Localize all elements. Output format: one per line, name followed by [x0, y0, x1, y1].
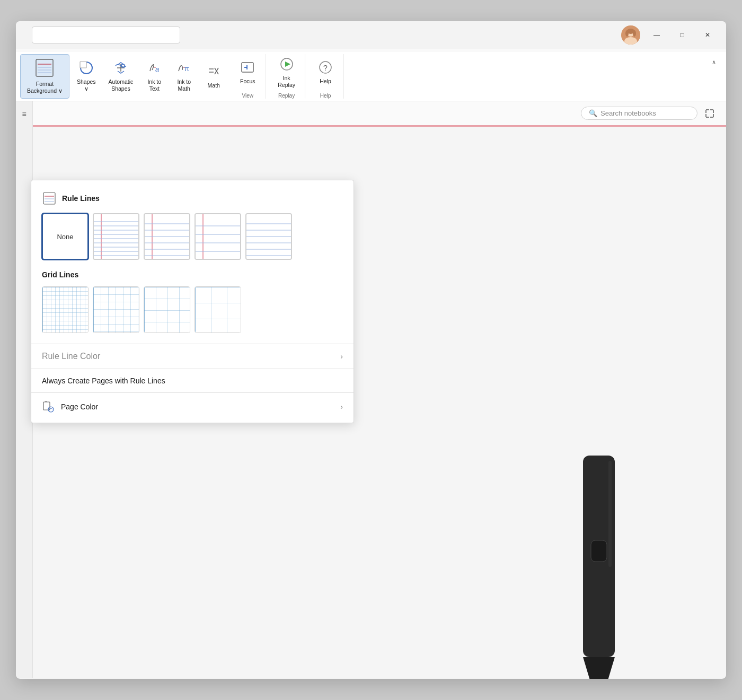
rule-lines-options: None: [42, 213, 343, 260]
ink-to-math-label: Ink toMath: [177, 78, 191, 92]
math-label: Math: [208, 82, 220, 89]
automatic-shapes-icon: [113, 60, 128, 77]
grid-large-option[interactable]: [144, 286, 190, 333]
window-controls: — □ ✕: [644, 27, 720, 43]
ink-to-math-icon: π: [176, 60, 191, 77]
expand-button[interactable]: [702, 106, 718, 121]
always-create-pages-label: Always Create Pages with Rule Lines: [42, 377, 165, 385]
svg-rect-6: [36, 59, 53, 76]
svg-rect-72: [93, 287, 139, 333]
ribbon-content: FormatBackground ∨ Shapes∨: [16, 52, 726, 101]
automatic-shapes-label: AutomaticShapes: [109, 78, 134, 92]
page-color-chevron: ›: [340, 402, 343, 411]
rule-college-option[interactable]: [245, 213, 292, 260]
search-notebooks-box[interactable]: 🔍 Search notebooks: [581, 107, 697, 120]
shapes-button[interactable]: Shapes∨: [72, 54, 101, 99]
svg-point-4: [625, 30, 629, 37]
rule-lines-icon: [42, 191, 57, 206]
svg-rect-31: [608, 461, 612, 567]
ribbon-collapse-button[interactable]: ∧: [708, 56, 720, 68]
svg-rect-75: [144, 287, 190, 333]
replay-group-label: Replay: [278, 92, 295, 99]
ink-replay-label: InkReplay: [278, 75, 295, 88]
ink-to-text-button[interactable]: a Ink toText: [140, 54, 168, 99]
automatic-shapes-button[interactable]: AutomaticShapes: [103, 54, 139, 99]
user-avatar[interactable]: [621, 25, 640, 45]
page-color-label: Page Color: [61, 402, 98, 411]
rule-wide-option[interactable]: [195, 213, 241, 260]
maximize-button[interactable]: □: [670, 27, 694, 43]
shapes-icon: [79, 60, 94, 77]
help-icon: ?: [318, 60, 333, 76]
svg-text:a: a: [155, 65, 159, 73]
sidebar-menu-icon[interactable]: ≡: [18, 108, 31, 120]
shapes-label: Shapes∨: [77, 78, 96, 92]
grid-xlarge-option[interactable]: [195, 286, 241, 333]
content-area: ≡ 🔍 Search notebooks: [16, 101, 726, 678]
view-group: Focus View: [229, 54, 266, 99]
ink-replay-icon: [279, 57, 294, 73]
replay-group-items: InkReplay: [272, 54, 301, 91]
help-button[interactable]: ? Help: [312, 58, 339, 87]
format-background-icon: [35, 58, 54, 79]
ink-replay-button[interactable]: InkReplay: [272, 55, 301, 90]
svg-rect-69: [42, 287, 89, 333]
view-group-label: View: [242, 92, 254, 99]
svg-rect-55: [196, 214, 240, 259]
page-color-left: Page Color: [42, 400, 98, 413]
grid-small-option[interactable]: [42, 286, 89, 333]
view-group-items: Focus: [234, 54, 261, 91]
rule-none-option[interactable]: None: [42, 213, 89, 260]
help-group-label: Help: [320, 92, 331, 99]
svg-text:?: ?: [323, 64, 328, 72]
svg-rect-78: [195, 287, 241, 333]
always-create-pages-item[interactable]: Always Create Pages with Rule Lines: [42, 369, 343, 392]
focus-button[interactable]: Focus: [234, 58, 261, 87]
svg-point-5: [633, 30, 636, 37]
help-group: ? Help Help: [307, 54, 344, 99]
format-background-button[interactable]: FormatBackground ∨: [20, 54, 69, 99]
svg-rect-12: [80, 62, 86, 68]
svg-marker-29: [583, 657, 615, 679]
app-window: — □ ✕ FormatBackground ∨: [16, 21, 726, 679]
svg-rect-28: [591, 540, 607, 562]
ribbon: FormatBackground ∨ Shapes∨: [16, 49, 726, 101]
rule-line-color-item[interactable]: Rule Line Color ›: [42, 344, 343, 369]
svg-marker-24: [285, 62, 290, 67]
minimize-button[interactable]: —: [644, 27, 669, 43]
rule-narrow-option[interactable]: [93, 213, 139, 260]
page-color-icon: [42, 400, 55, 413]
rule-lines-title: Rule Lines: [62, 194, 100, 203]
ink-to-math-button[interactable]: π Ink toMath: [170, 54, 198, 99]
rule-line-color-chevron: ›: [340, 352, 343, 361]
page-color-item[interactable]: Page Color ›: [42, 393, 343, 423]
close-button[interactable]: ✕: [695, 27, 720, 43]
ink-to-text-icon: a: [147, 60, 162, 77]
rule-none-label: None: [57, 233, 73, 241]
math-button[interactable]: Math: [200, 54, 227, 99]
page-top-bar: 🔍 Search notebooks: [33, 101, 726, 127]
grid-lines-title: Grid Lines: [42, 270, 343, 279]
format-background-dropdown: Rule Lines None: [31, 180, 354, 423]
rule-medium-option[interactable]: [144, 213, 190, 260]
title-bar: — □ ✕: [16, 21, 726, 49]
svg-rect-80: [43, 402, 50, 410]
math-icon: [206, 64, 221, 81]
rule-lines-section-header: Rule Lines: [42, 191, 343, 206]
format-background-label: FormatBackground ∨: [27, 81, 63, 94]
title-search-bar[interactable]: [32, 27, 180, 43]
grid-lines-options: [42, 286, 343, 333]
replay-group: InkReplay Replay: [268, 54, 305, 99]
svg-point-81: [48, 407, 54, 412]
search-icon: 🔍: [589, 109, 597, 117]
focus-label: Focus: [240, 78, 255, 85]
svg-rect-32: [43, 192, 55, 204]
svg-text:π: π: [184, 65, 189, 73]
ink-to-text-label: Ink toText: [147, 78, 161, 92]
ribbon-collapse-area: ∧: [706, 54, 722, 99]
help-label: Help: [320, 78, 331, 85]
help-group-items: ? Help: [312, 54, 339, 91]
grid-medium-option[interactable]: [93, 286, 139, 333]
focus-icon: [240, 60, 255, 76]
svg-rect-36: [94, 214, 138, 259]
